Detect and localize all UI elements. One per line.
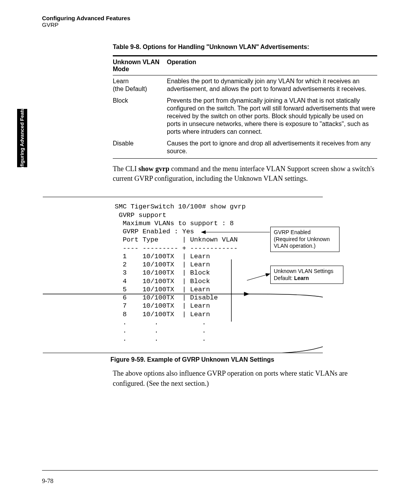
- table-title: Table 9-8. Options for Handling "Unknown…: [113, 44, 377, 51]
- cell-mode: Block: [113, 95, 167, 138]
- paragraph-2: The above options also influence GVRP op…: [113, 369, 377, 388]
- table-row: Learn (the Default) Enables the port to …: [113, 75, 377, 95]
- cell-op: Causes the port to ignore and drop all a…: [167, 138, 377, 159]
- callout-line: Default: Learn: [274, 275, 340, 282]
- callout-line: (Required for Unknown VLAN operation.): [274, 236, 336, 250]
- cell-op: Enables the port to dynamically join any…: [167, 75, 377, 95]
- cell-mode: Disable: [113, 138, 167, 159]
- callout-default-value: Learn: [294, 275, 309, 281]
- side-tab: Configuring Advanced Features: [17, 109, 27, 167]
- table-row: Block Prevents the port from dynamically…: [113, 95, 377, 138]
- cli-output: SMC TigerSwitch 10/100# show gvrp GVRP s…: [115, 203, 246, 343]
- figure-box: SMC TigerSwitch 10/100# show gvrp GVRP s…: [43, 197, 323, 353]
- th-operation: Operation: [167, 56, 377, 75]
- vlan-mode-table: Unknown VLAN Mode Operation Learn (the D…: [113, 55, 377, 159]
- callout-line: GVRP Enabled: [274, 229, 336, 236]
- header-subtitle: GVRP: [42, 21, 130, 28]
- paragraph-1: The CLI show gvrp command and the menu i…: [113, 164, 377, 184]
- page-number: 9-78: [42, 478, 53, 485]
- cell-op: Prevents the port from dynamically joini…: [167, 95, 377, 138]
- svg-line-2: [247, 274, 270, 280]
- callout-gvrp-enabled: GVRP Enabled (Required for Unknown VLAN …: [270, 227, 340, 252]
- callout-default: Default:: [274, 275, 294, 281]
- th-mode: Unknown VLAN Mode: [113, 56, 167, 75]
- side-tab-label: Configuring Advanced Features: [19, 100, 25, 177]
- figure-caption: Figure 9-59. Example of GVRP Unknown VLA…: [110, 356, 377, 363]
- para1-pre: The CLI: [113, 165, 138, 173]
- cli-command: show gvrp: [138, 165, 170, 173]
- page-header: Configuring Advanced Features GVRP: [42, 15, 130, 28]
- cell-mode: Learn (the Default): [113, 75, 167, 95]
- footer-rule: [42, 470, 378, 471]
- header-title: Configuring Advanced Features: [42, 15, 130, 21]
- callout-line: Unknown VLAN Settings: [274, 268, 340, 275]
- callout-unknown-vlan: Unknown VLAN Settings Default: Learn: [270, 266, 343, 284]
- main-content: Table 9-8. Options for Handling "Unknown…: [113, 44, 377, 388]
- table-row: Disable Causes the port to ignore and dr…: [113, 138, 377, 159]
